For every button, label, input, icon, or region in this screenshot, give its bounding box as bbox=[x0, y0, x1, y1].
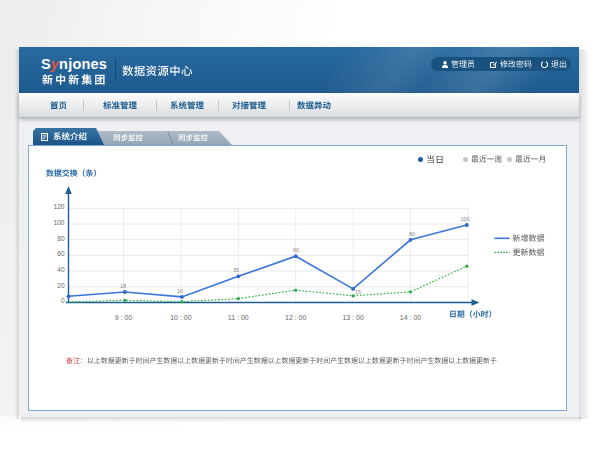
svg-text:100: 100 bbox=[460, 216, 469, 222]
svg-text:20: 20 bbox=[57, 282, 65, 289]
svg-text:10: 10 bbox=[177, 288, 183, 294]
svg-text:60: 60 bbox=[293, 247, 299, 253]
svg-text:14 : 00: 14 : 00 bbox=[400, 314, 422, 321]
svg-text:0: 0 bbox=[61, 297, 65, 304]
svg-text:11 : 00: 11 : 00 bbox=[228, 314, 249, 321]
svg-text:9 : 00: 9 : 00 bbox=[115, 314, 133, 321]
svg-text:80: 80 bbox=[409, 231, 415, 237]
svg-text:120: 120 bbox=[54, 203, 65, 210]
svg-text:80: 80 bbox=[57, 235, 65, 242]
svg-text:40: 40 bbox=[57, 266, 65, 273]
svg-text:15: 15 bbox=[355, 289, 361, 295]
svg-text:13 : 00: 13 : 00 bbox=[342, 314, 364, 321]
svg-text:35: 35 bbox=[233, 267, 239, 273]
svg-text:18: 18 bbox=[120, 283, 126, 289]
svg-text:12 : 00: 12 : 00 bbox=[285, 314, 307, 321]
svg-text:60: 60 bbox=[57, 250, 65, 257]
svg-text:10 : 00: 10 : 00 bbox=[170, 314, 192, 321]
svg-text:100: 100 bbox=[54, 219, 65, 226]
